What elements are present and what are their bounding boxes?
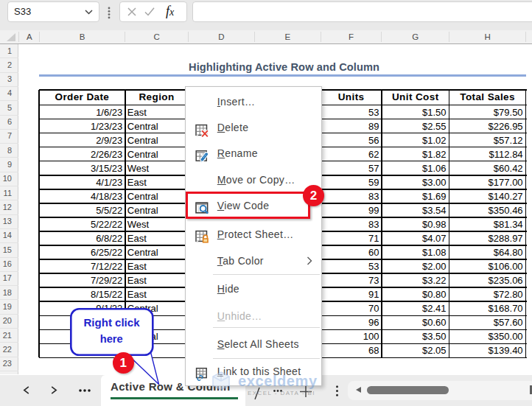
- svg-text:here: here: [100, 333, 123, 345]
- svg-text:Right click: Right click: [84, 317, 141, 329]
